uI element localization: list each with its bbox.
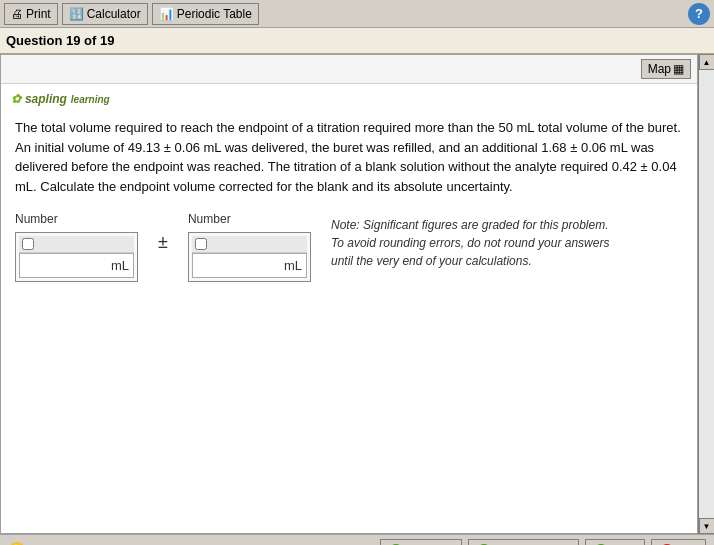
help-icon: ?: [695, 6, 703, 21]
previous-button[interactable]: ◀ Previous: [380, 539, 462, 546]
input1-unit: mL: [111, 258, 129, 273]
question-text: The total volume required to reach the e…: [1, 110, 697, 208]
input2-field[interactable]: [197, 256, 282, 275]
help-button[interactable]: ?: [688, 3, 710, 25]
content-header: Map ▦: [1, 55, 697, 84]
right-scrollbar: ▲ ▼: [698, 54, 714, 534]
calculator-icon: 🔢: [69, 7, 84, 21]
print-label: Print: [26, 7, 51, 21]
scroll-track[interactable]: [699, 70, 714, 518]
hint-icon: 💡: [8, 542, 26, 546]
map-icon: ▦: [673, 62, 684, 76]
scroll-down-icon: ▼: [703, 522, 711, 531]
scroll-down-button[interactable]: ▼: [699, 518, 715, 534]
input-group-1: Number mL: [15, 212, 138, 282]
exit-button[interactable]: ✕ Exit: [651, 539, 706, 546]
scroll-up-icon: ▲: [703, 58, 711, 67]
periodic-table-button[interactable]: 📊 Periodic Table: [152, 3, 259, 25]
question-label: Question 19 of 19: [6, 33, 114, 48]
question-bar: Question 19 of 19: [0, 28, 714, 54]
input-group-2: Number mL: [188, 212, 311, 282]
sapling-logo-text: ✿ sapling learning: [11, 90, 110, 106]
toolbar: 🖨 Print 🔢 Calculator 📊 Periodic Table ?: [0, 0, 714, 28]
input2-checkbox[interactable]: [195, 238, 207, 250]
input1-inner: mL: [19, 253, 134, 278]
calculator-button[interactable]: 🔢 Calculator: [62, 3, 148, 25]
note-text: Note: Significant figures are graded for…: [331, 216, 611, 270]
bottom-bar: 💡 Hint ◀ Previous ✓ Check Answer ▶ Next …: [0, 534, 714, 545]
input1-label: Number: [15, 212, 138, 226]
calculator-label: Calculator: [87, 7, 141, 21]
input1-checkbox[interactable]: [22, 238, 34, 250]
content-panel: Map ▦ ✿ sapling learning The total volum…: [0, 54, 698, 534]
check-answer-button[interactable]: ✓ Check Answer: [468, 539, 580, 546]
map-label: Map: [648, 62, 671, 76]
map-button[interactable]: Map ▦: [641, 59, 691, 79]
periodic-table-label: Periodic Table: [177, 7, 252, 21]
next-button[interactable]: ▶ Next: [585, 539, 645, 546]
input2-label: Number: [188, 212, 311, 226]
input2-inner: mL: [192, 253, 307, 278]
scroll-up-button[interactable]: ▲: [699, 54, 715, 70]
input2-box-outer: mL: [188, 232, 311, 282]
print-icon: 🖨: [11, 7, 23, 21]
hint-area: 💡 Hint: [8, 542, 374, 546]
input-area: Number mL ± Number: [1, 208, 697, 292]
input1-field[interactable]: [24, 256, 109, 275]
plus-minus-sign: ±: [158, 232, 168, 253]
main-area: Map ▦ ✿ sapling learning The total volum…: [0, 54, 714, 534]
input2-unit: mL: [284, 258, 302, 273]
periodic-table-icon: 📊: [159, 7, 174, 21]
input1-box-outer: mL: [15, 232, 138, 282]
sapling-logo: ✿ sapling learning: [1, 84, 697, 110]
print-button[interactable]: 🖨 Print: [4, 3, 58, 25]
